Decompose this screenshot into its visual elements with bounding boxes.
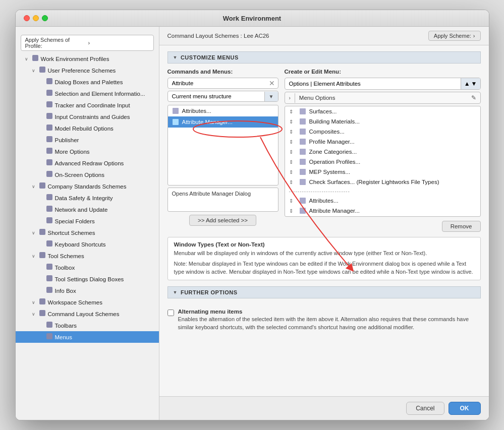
command-item-attribute-manager[interactable]: Attribute Manager... bbox=[168, 116, 278, 128]
apply-scheme-button[interactable]: Apply Scheme: › bbox=[428, 31, 481, 41]
menu-list-item-operation-profiles[interactable]: ⇕Operation Profiles... bbox=[285, 157, 480, 167]
tree-container: ∨Work Environment Profiles∨User Preferen… bbox=[16, 53, 159, 343]
svg-rect-6 bbox=[46, 125, 52, 131]
menu-list-item-attribute-manager2[interactable]: ⇕Attribute Manager... bbox=[285, 206, 480, 216]
sidebar-item-more-options[interactable]: More Options bbox=[16, 146, 159, 157]
svg-rect-31 bbox=[300, 149, 306, 155]
minimize-button[interactable] bbox=[33, 15, 39, 21]
menu-items-list[interactable]: ⇕Surfaces...⇕Building Materials...⇕Compo… bbox=[285, 106, 481, 217]
main-content: Apply Schemes of Profile: › ∨Work Enviro… bbox=[16, 27, 489, 420]
tree-item-icon bbox=[39, 298, 46, 306]
sidebar-item-work-env-profiles[interactable]: ∨Work Environment Profiles bbox=[16, 53, 159, 65]
sidebar-item-shortcut-schemes[interactable]: ∨Shortcut Schemes bbox=[16, 227, 159, 238]
svg-rect-20 bbox=[46, 287, 52, 293]
commands-list[interactable]: Attributes...Attribute Manager... bbox=[167, 105, 278, 186]
cancel-button[interactable]: Cancel bbox=[406, 402, 444, 415]
menu-options-edit-button[interactable]: ✎ bbox=[467, 92, 480, 103]
sidebar-item-input-constraints[interactable]: Input Constraints and Guides bbox=[16, 111, 159, 122]
current-menu-dropdown-row: Current menu structure ▼ bbox=[167, 91, 278, 102]
sidebar-item-command-layout[interactable]: ∨Command Layout Schemes bbox=[16, 308, 159, 320]
svg-rect-22 bbox=[39, 310, 45, 316]
tree-item-icon-svg bbox=[39, 228, 46, 235]
menu-list-item-building-mats[interactable]: ⇕Building Materials... bbox=[285, 116, 480, 127]
bottom-bar: Cancel OK bbox=[159, 396, 489, 420]
sidebar-item-info-box[interactable]: Info Box bbox=[16, 285, 159, 296]
svg-rect-11 bbox=[39, 182, 45, 189]
remove-button[interactable]: Remove bbox=[442, 221, 481, 232]
tree-item-label: Keyboard Shortcuts bbox=[55, 241, 106, 248]
sidebar-item-tracker-coord[interactable]: Tracker and Coordinate Input bbox=[16, 99, 159, 111]
menu-list-item-surfaces[interactable]: ⇕Surfaces... bbox=[285, 106, 480, 116]
work-environment-window: Work Environment Apply Schemes of Profil… bbox=[15, 10, 489, 420]
tree-item-icon bbox=[39, 310, 46, 318]
svg-rect-8 bbox=[46, 148, 52, 154]
menu-item-label: Attribute Manager... bbox=[309, 208, 360, 214]
tree-item-icon bbox=[46, 136, 53, 144]
sidebar-item-toolbox[interactable]: Toolbox bbox=[16, 262, 159, 273]
maximize-button[interactable] bbox=[42, 15, 48, 21]
sidebar-item-on-screen-options[interactable]: On-Screen Options bbox=[16, 169, 159, 180]
window-types-text: Menubar will be displayed only in window… bbox=[174, 250, 474, 257]
tree-item-label: More Options bbox=[55, 149, 90, 155]
svg-rect-33 bbox=[300, 169, 306, 175]
window-title: Work Environment bbox=[223, 15, 281, 22]
tree-item-label: Command Layout Schemes bbox=[48, 311, 120, 317]
alternating-checkbox[interactable] bbox=[167, 310, 174, 316]
tree-item-label: Company Standards Schemes bbox=[48, 183, 127, 190]
sidebar-item-model-rebuild[interactable]: Model Rebuild Options bbox=[16, 122, 159, 134]
svg-rect-23 bbox=[46, 322, 52, 328]
sidebar-item-toolbars[interactable]: Toolbars bbox=[16, 320, 159, 331]
chevron-icon: ∨ bbox=[25, 56, 30, 62]
sidebar-item-advanced-redraw[interactable]: Advanced Redraw Options bbox=[16, 157, 159, 169]
add-selected-button[interactable]: >> Add selected >> bbox=[189, 215, 256, 226]
sidebar-item-selection-element[interactable]: Selection and Element Informatio... bbox=[16, 88, 159, 99]
sidebar-item-dialog-boxes[interactable]: Dialog Boxes and Palettes bbox=[16, 76, 159, 88]
tree-item-icon-svg bbox=[46, 194, 53, 201]
scheme-selector[interactable]: Apply Schemes of Profile: › bbox=[21, 35, 154, 51]
tree-item-icon bbox=[46, 333, 53, 341]
separator-label: ---------------------------- bbox=[289, 189, 350, 194]
sidebar-item-data-safety[interactable]: Data Safety & Integrity bbox=[16, 192, 159, 204]
sidebar-item-user-pref-schemes[interactable]: ∨User Preference Schemes bbox=[16, 65, 159, 76]
sidebar-item-publisher[interactable]: Publisher bbox=[16, 134, 159, 146]
command-item-attributes[interactable]: Attributes... bbox=[168, 105, 278, 116]
menu-item-icon bbox=[299, 118, 306, 125]
menu-list-item-composites[interactable]: ⇕Composites... bbox=[285, 127, 480, 137]
menu-list-item-profile-manager[interactable]: ⇕Profile Manager... bbox=[285, 137, 480, 147]
menu-edit-select[interactable]: Options | Element Attributes bbox=[285, 79, 461, 89]
panel-body: ▼ CUSTOMIZE MENUS Commands and Menus: ✕ bbox=[159, 45, 489, 396]
svg-rect-28 bbox=[300, 118, 306, 125]
svg-rect-36 bbox=[300, 208, 306, 214]
ok-button[interactable]: OK bbox=[449, 402, 481, 415]
svg-rect-18 bbox=[46, 264, 52, 270]
clear-search-button[interactable]: ✕ bbox=[266, 78, 278, 88]
menu-item-icon bbox=[299, 168, 306, 175]
command-search-input[interactable] bbox=[168, 78, 266, 88]
sidebar-item-tool-schemes[interactable]: ∨Tool Schemes bbox=[16, 250, 159, 262]
move-icon: ⇕ bbox=[289, 129, 296, 135]
current-menu-dropdown[interactable]: Current menu structure bbox=[168, 91, 264, 101]
sidebar-item-network-update[interactable]: Network and Update bbox=[16, 204, 159, 215]
svg-rect-34 bbox=[300, 179, 306, 185]
traffic-lights bbox=[24, 15, 48, 21]
menu-list-item-separator[interactable]: ---------------------------- bbox=[285, 187, 480, 196]
menu-options-row: › Menu Options ✎ bbox=[285, 92, 481, 104]
sidebar-item-company-standards[interactable]: ∨Company Standards Schemes bbox=[16, 180, 159, 192]
move-icon: ⇕ bbox=[289, 169, 296, 175]
menu-list-item-check-surfaces[interactable]: ⇕Check Surfaces... (Register Lightworks … bbox=[285, 177, 480, 187]
tree-item-label: Tool Schemes bbox=[48, 253, 84, 259]
sidebar-item-tool-settings[interactable]: Tool Settings Dialog Boxes bbox=[16, 273, 159, 285]
svg-rect-13 bbox=[46, 206, 52, 212]
menu-list-item-zone-categories[interactable]: ⇕Zone Categories... bbox=[285, 147, 480, 157]
sidebar-item-workspace-schemes[interactable]: ∨Workspace Schemes bbox=[16, 296, 159, 308]
sidebar-item-special-folders[interactable]: Special Folders bbox=[16, 215, 159, 227]
menu-list-item-mep-systems[interactable]: ⇕MEP Systems... bbox=[285, 167, 480, 177]
sidebar-item-keyboard-shortcuts[interactable]: Keyboard Shortcuts bbox=[16, 238, 159, 250]
panel-header: Command Layout Schemes : Lee AC26 Apply … bbox=[159, 27, 489, 45]
close-button[interactable] bbox=[24, 15, 30, 21]
alternating-label: Alternating menu items bbox=[178, 309, 481, 315]
tree-item-icon bbox=[46, 89, 53, 98]
move-icon: ⇕ bbox=[289, 159, 296, 165]
menu-list-item-attributes2[interactable]: ⇕Attributes... bbox=[285, 196, 480, 206]
sidebar-item-menus[interactable]: Menus bbox=[16, 331, 159, 343]
